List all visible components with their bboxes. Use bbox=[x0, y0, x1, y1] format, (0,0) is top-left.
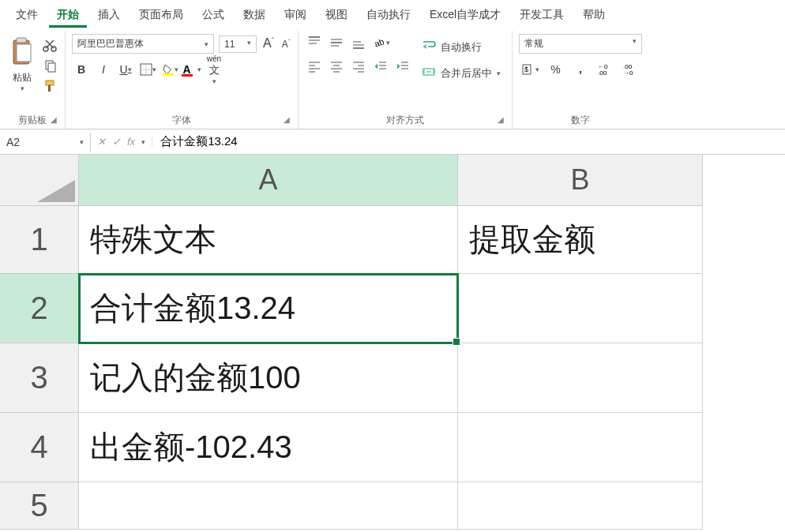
phonetic-button[interactable]: wén文▾ bbox=[205, 60, 223, 79]
group-label-font: 字体 ◢ bbox=[72, 111, 291, 127]
wrap-text-icon bbox=[422, 39, 436, 55]
group-label-number: 数字 bbox=[519, 111, 642, 127]
dialog-launcher-icon[interactable]: ◢ bbox=[49, 114, 58, 126]
cell-a5[interactable] bbox=[79, 482, 458, 530]
align-middle-icon[interactable] bbox=[327, 34, 346, 51]
paste-button[interactable]: 粘贴 ▾ bbox=[6, 34, 38, 96]
svg-rect-7 bbox=[46, 81, 54, 85]
svg-text:ab: ab bbox=[373, 36, 385, 48]
svg-text:$: $ bbox=[524, 66, 528, 73]
svg-point-4 bbox=[51, 47, 56, 51]
merge-center-button[interactable]: 合并后居中 ▾ bbox=[417, 63, 505, 83]
dialog-launcher-icon[interactable]: ◢ bbox=[496, 114, 505, 126]
align-center-icon[interactable] bbox=[327, 58, 346, 75]
ribbon-group-alignment: ab▾ 自动换行 合并后居中 bbox=[299, 31, 513, 129]
percent-button[interactable]: % bbox=[544, 60, 566, 79]
menu-automate[interactable]: 自动执行 bbox=[359, 5, 419, 28]
cell-b5[interactable] bbox=[458, 482, 703, 530]
menu-bar: 文件 开始 插入 页面布局 公式 数据 审阅 视图 自动执行 Excel自学成才… bbox=[0, 0, 785, 31]
cell-a2[interactable]: 合计金额13.24 bbox=[79, 274, 458, 343]
cell-b4[interactable] bbox=[458, 413, 703, 482]
row-header-2[interactable]: 2 bbox=[0, 274, 79, 343]
cell-a1[interactable]: 特殊文本 bbox=[79, 206, 458, 274]
row-header-4[interactable]: 4 bbox=[0, 413, 79, 482]
chevron-down-icon: ▾ bbox=[205, 40, 208, 48]
paste-label: 粘贴 bbox=[13, 71, 32, 84]
comma-button[interactable]: ， bbox=[569, 60, 592, 79]
row-header-3[interactable]: 3 bbox=[0, 343, 79, 413]
svg-rect-8 bbox=[48, 85, 51, 92]
menu-developer[interactable]: 开发工具 bbox=[512, 5, 572, 28]
menu-excel-learn[interactable]: Excel自学成才 bbox=[422, 5, 509, 28]
chevron-down-icon: ▾ bbox=[21, 84, 24, 92]
ribbon-group-font: 阿里巴巴普惠体▾ 11▾ Aˆ Aˇ B I U ▾ ▾ bbox=[66, 31, 299, 129]
shrink-font-icon[interactable]: Aˇ bbox=[280, 36, 292, 51]
chevron-down-icon: ▾ bbox=[497, 69, 501, 77]
cell-b1[interactable]: 提取金额 bbox=[458, 206, 703, 274]
dialog-launcher-icon[interactable]: ◢ bbox=[282, 114, 291, 126]
grow-font-icon[interactable]: Aˆ bbox=[261, 35, 276, 52]
wrap-text-button[interactable]: 自动换行 bbox=[417, 37, 505, 57]
fill-color-button[interactable]: ▾ bbox=[160, 60, 179, 79]
font-name-combo[interactable]: 阿里巴巴普惠体▾ bbox=[72, 34, 214, 54]
row-header-5[interactable]: 5 bbox=[0, 482, 79, 530]
borders-button[interactable]: ▾ bbox=[138, 60, 157, 79]
column-header-a[interactable]: A bbox=[79, 155, 458, 206]
fx-icon[interactable]: fx bbox=[127, 136, 135, 148]
cell-b3[interactable] bbox=[458, 343, 703, 413]
align-left-icon[interactable] bbox=[305, 58, 324, 75]
menu-page-layout[interactable]: 页面布局 bbox=[131, 5, 191, 28]
increase-decimal-button[interactable]: ←0.00 bbox=[595, 60, 617, 79]
menu-insert[interactable]: 插入 bbox=[90, 5, 128, 28]
clipboard-icon bbox=[9, 37, 35, 69]
ribbon-group-clipboard: 粘贴 ▾ 剪贴板 ◢ bbox=[0, 31, 66, 129]
bold-button[interactable]: B bbox=[72, 60, 91, 79]
align-top-icon[interactable] bbox=[305, 34, 324, 51]
cell-a4[interactable]: 出金额-102.43 bbox=[79, 413, 458, 482]
svg-rect-1 bbox=[17, 38, 26, 43]
number-format-combo[interactable]: 常规▾ bbox=[519, 34, 642, 54]
cell-a3[interactable]: 记入的金额100 bbox=[79, 343, 458, 413]
ribbon: 粘贴 ▾ 剪贴板 ◢ bbox=[0, 31, 785, 129]
font-color-button[interactable]: A ▾ bbox=[182, 60, 201, 79]
orientation-icon[interactable]: ab▾ bbox=[371, 34, 390, 51]
row-header-1[interactable]: 1 bbox=[0, 206, 79, 274]
svg-text:→0: →0 bbox=[623, 69, 633, 77]
svg-point-3 bbox=[43, 47, 48, 51]
merge-icon bbox=[422, 65, 436, 81]
svg-text:.00: .00 bbox=[598, 69, 607, 77]
enter-formula-icon[interactable]: ✓ bbox=[112, 136, 121, 148]
italic-button[interactable]: I bbox=[94, 60, 113, 79]
svg-rect-6 bbox=[48, 63, 55, 72]
cut-icon[interactable] bbox=[43, 37, 58, 53]
menu-home[interactable]: 开始 bbox=[49, 5, 87, 28]
select-all-corner[interactable] bbox=[0, 155, 79, 206]
menu-data[interactable]: 数据 bbox=[235, 5, 273, 28]
group-label-clipboard: 剪贴板 ◢ bbox=[6, 111, 58, 127]
chevron-down-icon[interactable]: ▾ bbox=[141, 138, 145, 146]
accounting-format-button[interactable]: $▾ bbox=[519, 60, 541, 79]
underline-button[interactable]: U ▾ bbox=[116, 60, 135, 79]
decrease-decimal-button[interactable]: .00→0 bbox=[620, 60, 642, 79]
group-label-alignment: 对齐方式 ◢ bbox=[305, 111, 505, 127]
svg-rect-2 bbox=[17, 44, 31, 62]
copy-icon[interactable] bbox=[43, 58, 58, 73]
name-box[interactable]: A2 ▾ bbox=[0, 133, 91, 152]
column-header-b[interactable]: B bbox=[458, 155, 703, 206]
cancel-formula-icon[interactable]: ✕ bbox=[97, 136, 106, 148]
menu-file[interactable]: 文件 bbox=[8, 5, 46, 28]
formula-input[interactable] bbox=[152, 132, 785, 152]
decrease-indent-icon[interactable] bbox=[371, 58, 390, 75]
menu-formulas[interactable]: 公式 bbox=[194, 5, 232, 28]
align-bottom-icon[interactable] bbox=[349, 34, 368, 51]
cell-b2[interactable] bbox=[458, 274, 703, 343]
chevron-down-icon: ▾ bbox=[247, 39, 251, 50]
menu-review[interactable]: 审阅 bbox=[276, 5, 314, 28]
menu-help[interactable]: 帮助 bbox=[575, 5, 613, 28]
increase-indent-icon[interactable] bbox=[393, 58, 412, 75]
font-size-combo[interactable]: 11▾ bbox=[219, 36, 257, 53]
menu-view[interactable]: 视图 bbox=[317, 5, 355, 28]
format-painter-icon[interactable] bbox=[43, 78, 58, 94]
ribbon-group-number: 常规▾ $▾ % ， ←0.00 .00→0 数字 bbox=[513, 31, 648, 129]
align-right-icon[interactable] bbox=[349, 58, 368, 75]
